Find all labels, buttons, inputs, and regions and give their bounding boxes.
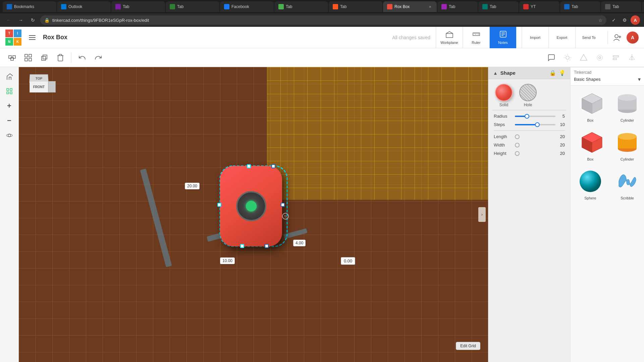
toolbar (0, 48, 644, 67)
category-expand-icon[interactable]: ▾ (638, 76, 641, 82)
tinkercad-logo[interactable]: T I N K (5, 29, 21, 46)
light-button[interactable] (561, 51, 574, 64)
tab-facebook[interactable]: Facebook (220, 1, 274, 12)
logo-n: N (5, 38, 13, 46)
cylinder-gray-icon (612, 90, 642, 117)
shape-card-sphere[interactable]: Sphere (573, 166, 607, 202)
ruler-button[interactable]: Ruler (463, 27, 489, 48)
star-icon[interactable]: ☆ (598, 18, 602, 23)
add-user-button[interactable] (610, 31, 624, 44)
cylinder-orange-label: Cylinder (621, 157, 634, 161)
edit-grid-button[interactable]: Edit Grid (456, 342, 480, 350)
forward-button[interactable]: → (16, 15, 25, 25)
shape-panel-title: Shape (500, 70, 547, 76)
radius-slider[interactable] (515, 116, 555, 117)
solid-option[interactable]: Solid (495, 84, 513, 107)
tab-8[interactable]: Tab (437, 1, 478, 12)
handle-right[interactable] (281, 203, 285, 207)
workplane-button[interactable]: Workplane (436, 27, 463, 48)
zoom-in-button[interactable]: + (3, 99, 16, 113)
align-button[interactable] (609, 51, 623, 64)
extension-icon-1[interactable]: ✓ (609, 15, 619, 25)
steps-thumb[interactable] (535, 122, 540, 127)
steps-slider[interactable] (515, 124, 555, 125)
shape-card-cylinder-orange[interactable]: Cylinder (610, 127, 644, 163)
ungroup-button[interactable] (21, 51, 35, 64)
tab-close-rox-box[interactable]: ✕ (427, 4, 433, 9)
tab-10[interactable]: YT (519, 1, 559, 12)
z-value-input[interactable]: 0.00 (341, 257, 355, 265)
tab-13[interactable]: Tinkercad (642, 1, 644, 12)
handle-bottom-left[interactable] (240, 244, 244, 248)
main-actions: Import Export Send To (522, 27, 602, 48)
handle-bottom-right[interactable] (265, 244, 269, 248)
sphere-label: Sphere (584, 196, 596, 200)
3d-object[interactable]: ↻ (220, 166, 282, 246)
fit-view-button[interactable] (3, 84, 16, 98)
panel-collapse-icon[interactable]: ▲ (493, 70, 498, 76)
radius-thumb[interactable] (525, 114, 529, 119)
main-content: + − TOP FRONT (0, 67, 644, 362)
delete-button[interactable] (54, 51, 67, 64)
profile-icon[interactable]: A (631, 15, 640, 25)
tab-outlook[interactable]: Outlook (57, 1, 111, 12)
width-circle[interactable] (515, 143, 520, 147)
length-circle[interactable] (515, 134, 520, 139)
menu-button[interactable] (27, 32, 38, 43)
handle-left[interactable] (217, 203, 221, 207)
shape-card-cylinder-gray[interactable]: Cylinder (610, 88, 644, 124)
hole-option[interactable]: Hole (519, 84, 537, 107)
undo-button[interactable] (75, 51, 89, 64)
tab-rox-box[interactable]: Rox Box ✕ (383, 1, 437, 12)
view-cube[interactable]: TOP FRONT (25, 74, 56, 104)
redo-button[interactable] (92, 51, 105, 64)
handle-top-right[interactable] (271, 164, 275, 168)
shape-panel: ▲ Shape 🔒 💡 Solid Hole (488, 67, 570, 362)
tab-5[interactable]: Tab (274, 1, 328, 12)
shapes-category-header: Tinkercad Basic Shapes ▾ (571, 67, 644, 85)
shape-card-box-red[interactable]: Box (573, 127, 607, 163)
shape-tool-button[interactable] (577, 51, 590, 64)
solid-label: Solid (499, 103, 508, 107)
height-circle[interactable] (515, 151, 520, 156)
notes-button[interactable]: Notes (489, 27, 516, 48)
tab-favicon-8 (441, 4, 447, 9)
lock-panel-icon[interactable]: 🔒 (549, 70, 556, 76)
reload-button[interactable]: ↻ (28, 15, 38, 25)
url-bar[interactable]: 🔒 tinkercad.com/things/9FBOR1eSGpR-rox-b… (40, 15, 606, 25)
orbit-button[interactable] (3, 129, 16, 142)
object-inner-circle (246, 201, 257, 212)
handle-top[interactable] (247, 164, 251, 168)
tab-label-4: Tab (177, 4, 215, 9)
duplicate-button[interactable] (38, 51, 51, 64)
notes-label: Notes (498, 41, 508, 45)
viewport[interactable]: TOP FRONT (19, 67, 570, 362)
panel-toggle-arrow[interactable]: › (478, 207, 486, 222)
svg-marker-29 (580, 54, 587, 60)
svg-marker-35 (629, 56, 632, 60)
settings-icon[interactable]: ⚙ (620, 15, 629, 25)
lightbulb-icon[interactable]: 💡 (559, 70, 566, 76)
export-button[interactable]: Export (548, 27, 575, 48)
send-to-button[interactable]: Send To (575, 27, 602, 48)
group-button[interactable] (5, 51, 19, 64)
comment-button[interactable] (545, 51, 558, 64)
avatar[interactable]: A (627, 32, 639, 44)
import-button[interactable]: Import (522, 27, 548, 48)
mirror-button[interactable] (625, 51, 639, 64)
tab-11[interactable]: Tab (560, 1, 600, 12)
rotation-handle[interactable]: ↻ (282, 213, 289, 220)
tab-9[interactable]: Tab (478, 1, 519, 12)
tab-4[interactable]: Tab (166, 1, 219, 12)
snap-button[interactable] (593, 51, 606, 64)
tab-12[interactable]: Tab (601, 1, 641, 12)
tab-6[interactable]: Tab (329, 1, 382, 12)
tab-3[interactable]: Tab (111, 1, 165, 12)
back-button[interactable]: ← (4, 15, 13, 25)
steps-fill (515, 124, 537, 125)
zoom-out-button[interactable]: − (3, 114, 16, 127)
tab-1[interactable]: Bookmarks (3, 1, 56, 12)
shape-card-box-gray[interactable]: Box (573, 88, 607, 124)
shape-card-scribble[interactable]: Scribble (610, 166, 644, 202)
home-button[interactable] (3, 70, 16, 83)
